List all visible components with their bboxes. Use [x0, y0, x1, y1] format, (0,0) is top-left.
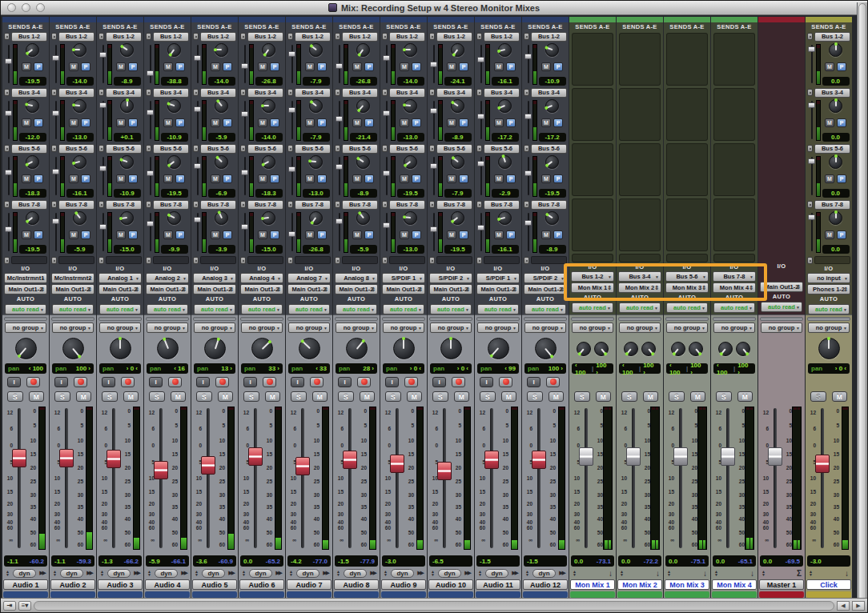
send-assign-button[interactable] — [193, 145, 199, 152]
input-monitor-button[interactable]: I — [527, 377, 540, 387]
input-monitor-button[interactable]: I — [338, 377, 352, 387]
expand-icon[interactable]: ▶▶ — [228, 570, 234, 576]
volume-readout[interactable]: -1.5 — [476, 555, 520, 567]
send-mute-button[interactable]: M — [258, 230, 267, 239]
send-fader-cap[interactable] — [288, 231, 295, 237]
send-mute-button[interactable]: M — [22, 174, 31, 183]
send-bus-button[interactable]: Bus 5-6 — [531, 144, 567, 154]
pan-knob-left[interactable] — [577, 342, 591, 356]
send-assign-button[interactable] — [146, 257, 151, 264]
send-level-value[interactable]: -13.0 — [397, 133, 424, 142]
send-fader-cap[interactable] — [241, 170, 248, 175]
send-bus-button[interactable]: Bus 1-2 — [814, 32, 850, 42]
volume-fader-cap[interactable] — [532, 451, 546, 469]
send-level-value[interactable]: -7.9 — [444, 189, 472, 198]
mute-button[interactable]: M — [265, 391, 281, 402]
send-level-knob[interactable] — [309, 43, 323, 57]
send-fader-cap[interactable] — [52, 169, 59, 174]
mute-button[interactable]: M — [737, 391, 753, 402]
send-level-value[interactable]: 0.0 — [822, 245, 850, 254]
send-level-knob[interactable] — [215, 155, 228, 169]
group-selector[interactable]: no group▼ — [147, 323, 188, 333]
pan-knob[interactable] — [15, 338, 37, 359]
send-pre-button[interactable]: P — [364, 230, 374, 239]
io-input-selector[interactable]: Mc/Instrmnt1▼ — [4, 273, 47, 283]
send-fader-cap[interactable] — [430, 108, 437, 114]
send-level-fader[interactable] — [194, 155, 202, 198]
send-pre-button[interactable]: P — [459, 118, 468, 127]
send-level-knob[interactable] — [167, 43, 181, 57]
send-pre-button[interactable]: P — [223, 118, 232, 127]
send-level-value[interactable]: -14.0 — [208, 77, 235, 86]
send-fader-cap[interactable] — [194, 163, 201, 169]
send-assign-button[interactable] — [146, 33, 151, 40]
send-pre-button[interactable]: P — [506, 174, 516, 183]
volume-readout[interactable]: 0.0-73.1 — [571, 555, 614, 567]
send-level-value[interactable]: -14.0 — [255, 133, 283, 142]
solo-button[interactable]: S — [574, 391, 590, 402]
send-level-fader[interactable] — [99, 155, 107, 198]
automation-mode-button[interactable]: auto read▼ — [99, 304, 141, 315]
send-fader-cap[interactable] — [5, 58, 12, 64]
send-level-fader[interactable] — [524, 155, 532, 198]
record-enable-button[interactable] — [310, 377, 323, 387]
automation-mode-button[interactable]: auto read▼ — [619, 302, 661, 313]
send-assign-button[interactable] — [429, 33, 435, 40]
send-fader-cap[interactable] — [808, 102, 815, 108]
volume-value[interactable]: -1.5 — [527, 558, 538, 565]
dyn-button[interactable]: dyn — [155, 569, 178, 578]
dyn-button[interactable]: dyn — [60, 569, 83, 578]
group-selector[interactable]: no group▼ — [619, 323, 661, 333]
solo-button[interactable]: S — [149, 391, 165, 402]
send-level-knob[interactable] — [545, 99, 559, 113]
automation-mode-button[interactable]: auto read▼ — [808, 304, 850, 315]
send-assign-button[interactable] — [193, 89, 199, 96]
send-mute-button[interactable]: M — [305, 230, 315, 239]
send-fader-cap[interactable] — [336, 218, 343, 224]
track-name-button[interactable]: Click — [806, 579, 851, 590]
pan-knob-left[interactable] — [624, 342, 638, 356]
pan-value-display[interactable]: pan33 › — [241, 363, 283, 374]
send-assign-button[interactable] — [476, 145, 482, 152]
automation-mode-button[interactable]: auto read▼ — [430, 304, 472, 315]
send-level-knob[interactable] — [262, 155, 275, 169]
pan-value-display[interactable]: pan28 › — [336, 363, 377, 374]
pan-knob-left[interactable] — [718, 342, 733, 356]
send-pre-button[interactable]: P — [175, 118, 185, 127]
send-level-fader[interactable] — [241, 99, 249, 142]
send-bus-button[interactable]: Bus 3-4 — [436, 88, 472, 98]
volume-fader-cap[interactable] — [59, 449, 74, 467]
volume-value[interactable]: -1.3 — [102, 558, 113, 565]
track-height-stepper[interactable]: ▲▼ — [384, 570, 388, 576]
send-level-knob[interactable] — [404, 99, 417, 113]
send-level-knob[interactable] — [120, 43, 134, 57]
send-assign-button[interactable] — [807, 201, 813, 208]
send-level-fader[interactable] — [288, 43, 296, 86]
record-enable-button[interactable] — [26, 377, 40, 387]
send-fader-cap[interactable] — [430, 163, 437, 169]
volume-readout[interactable]: 0.0-75.1 — [665, 555, 709, 567]
send-mute-button[interactable]: M — [211, 118, 220, 127]
pan-knob[interactable] — [299, 338, 320, 359]
send-fader-cap[interactable] — [383, 110, 390, 116]
send-assign-button[interactable] — [524, 201, 529, 208]
send-fader-cap[interactable] — [808, 214, 815, 220]
send-level-value[interactable]: -13.0 — [397, 245, 424, 254]
send-pre-button[interactable]: P — [81, 118, 90, 127]
pan-value-display[interactable]: pan‹ 33 — [288, 363, 330, 374]
send-fader-cap[interactable] — [524, 220, 532, 226]
send-mute-button[interactable]: M — [447, 174, 456, 183]
send-fader-cap[interactable] — [147, 110, 154, 115]
io-output-selector[interactable]: Main Out1-2⇕ — [429, 284, 472, 294]
record-enable-button[interactable] — [452, 377, 465, 387]
send-pre-button[interactable]: P — [553, 174, 563, 183]
send-assign-button[interactable] — [382, 257, 388, 264]
send-level-value[interactable]: -3.9 — [208, 245, 235, 254]
send-pre-button[interactable]: P — [506, 62, 516, 71]
track-height-stepper[interactable]: ▲▼ — [53, 570, 57, 576]
send-level-value[interactable]: -19.5 — [161, 189, 188, 198]
expand-icon[interactable]: ▶▶ — [181, 570, 187, 576]
send-level-value[interactable]: -38.8 — [161, 77, 188, 86]
pane-toggle-icon[interactable]: ⇥ — [3, 601, 16, 611]
volume-readout[interactable]: -4.2-77.0 — [287, 555, 331, 567]
